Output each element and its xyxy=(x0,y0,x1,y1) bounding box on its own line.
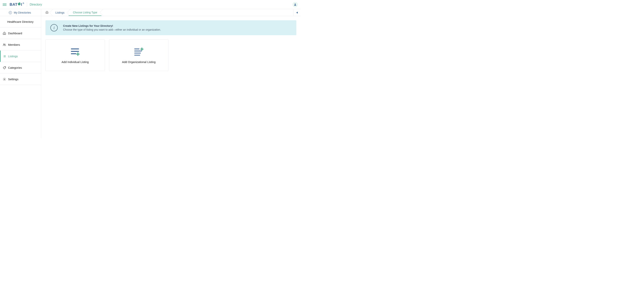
breadcrumb-choose-listing-type[interactable]: Choose Listing Type xyxy=(68,9,102,16)
back-to-directories[interactable]: My Directories xyxy=(0,9,41,16)
logo-text-b: I xyxy=(21,2,22,7)
listings-icon xyxy=(3,54,6,58)
content: i Create New Listings for Your Directory… xyxy=(41,16,300,75)
user-icon xyxy=(294,3,297,6)
breadcrumb-home[interactable] xyxy=(41,9,51,16)
arrow-left-circle-icon xyxy=(9,11,12,14)
breadcrumb-label: Choose Listing Type xyxy=(73,11,97,14)
gear-icon xyxy=(3,77,6,81)
logo-registered: ® xyxy=(22,2,24,4)
main: Listings Choose Listing Type i Create Ne… xyxy=(41,9,300,138)
listing-type-cards: Add Individual Listing xyxy=(46,39,296,71)
home-icon xyxy=(46,11,48,14)
members-icon xyxy=(3,43,6,46)
info-icon: i xyxy=(50,24,58,31)
card-label: Add Organizational Listing xyxy=(122,60,156,63)
sidebar: My Directories Healthcare Directory Dash… xyxy=(0,9,41,138)
home-icon xyxy=(3,31,6,35)
logo[interactable]: BAT I ® xyxy=(10,2,24,7)
breadcrumb-collapse-button[interactable] xyxy=(293,9,300,16)
leaf-icon xyxy=(18,2,21,6)
card-add-organizational[interactable]: Add Organizational Listing xyxy=(109,39,168,71)
breadcrumb: Listings Choose Listing Type xyxy=(41,9,300,16)
info-panel: i Create New Listings for Your Directory… xyxy=(46,20,296,35)
breadcrumb-listings[interactable]: Listings xyxy=(51,9,68,16)
sidebar-item-settings[interactable]: Settings xyxy=(0,73,41,85)
breadcrumb-label: Listings xyxy=(56,11,64,14)
sidebar-item-label: Dashboard xyxy=(8,31,22,35)
svg-point-0 xyxy=(294,3,296,4)
svg-point-9 xyxy=(5,67,5,67)
svg-point-1 xyxy=(4,44,4,45)
avatar[interactable] xyxy=(292,2,298,7)
list-plus-bottom-icon xyxy=(70,47,80,56)
sidebar-item-dashboard[interactable]: Dashboard xyxy=(0,27,41,39)
divider xyxy=(27,2,27,7)
directory-name: Healthcare Directory xyxy=(0,16,41,27)
logo-text-a: BAT xyxy=(10,2,18,7)
sidebar-item-label: Settings xyxy=(8,77,18,81)
app-name[interactable]: Directory xyxy=(30,3,42,6)
sidebar-item-listings[interactable]: Listings xyxy=(0,50,41,62)
info-subtitle: Choose the type of listing you want to a… xyxy=(63,28,161,31)
list-plus-top-icon xyxy=(134,47,144,56)
sidebar-item-categories[interactable]: Categories xyxy=(0,62,41,73)
info-title: Create New Listings for Your Directory! xyxy=(63,24,161,27)
top-nav: BAT I ® Directory xyxy=(0,0,300,9)
sidebar-item-members[interactable]: Members xyxy=(0,39,41,50)
sidebar-item-label: Members xyxy=(8,43,20,46)
sidebar-item-label: Categories xyxy=(8,66,22,69)
card-label: Add Individual Listing xyxy=(62,60,89,63)
svg-point-10 xyxy=(4,79,5,80)
hamburger-button[interactable] xyxy=(3,3,6,6)
back-label: My Directories xyxy=(14,11,31,14)
svg-point-2 xyxy=(4,44,5,45)
tag-icon xyxy=(3,66,6,69)
triangle-left-icon xyxy=(296,12,298,13)
sidebar-item-label: Listings xyxy=(8,54,18,58)
card-add-individual[interactable]: Add Individual Listing xyxy=(46,39,105,71)
sidebar-nav: Dashboard Members xyxy=(0,27,41,85)
